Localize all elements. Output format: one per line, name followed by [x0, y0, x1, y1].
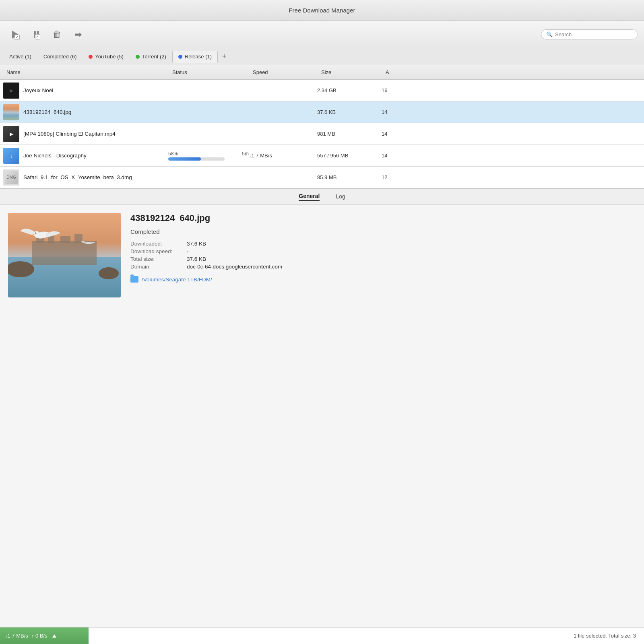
row-added: 16	[382, 87, 414, 93]
row-thumbnail: ▶	[3, 83, 19, 99]
row-added: 14	[382, 153, 414, 159]
table-row[interactable]: ▶ Joyeux Noël 2.34 GB 16	[0, 80, 644, 101]
svg-rect-5	[60, 236, 70, 243]
folder-link[interactable]: /Volumes/Seagate 1TB/FDM/	[130, 276, 636, 283]
row-added: 14	[382, 131, 414, 137]
dmg-icon: DMG	[5, 171, 18, 184]
col-header-added: A	[386, 69, 418, 75]
table-header: Name Status Speed Size A	[0, 65, 644, 80]
row-filename: 438192124_640.jpg	[23, 109, 168, 115]
row-filename: [MP4 1080p] Climbing El Capitan.mp4	[23, 131, 168, 137]
row-size: 37.6 KB	[317, 109, 382, 115]
tab-torrent-label: Torrent (2)	[142, 54, 166, 60]
table-row[interactable]: ↓ Joe Nichols - Discography 58% 5m ↓1.7 …	[0, 145, 644, 167]
tab-torrent[interactable]: Torrent (2)	[130, 51, 172, 63]
app-window: Free Download Manager ✓ ✓ 🗑 ➡	[0, 0, 644, 644]
trash-icon: 🗑	[53, 29, 62, 40]
speed-value: -	[187, 248, 636, 254]
row-size: 2.34 GB	[317, 87, 382, 93]
search-input[interactable]	[555, 31, 632, 37]
upload-speed: ↑ 0 B/s	[31, 633, 47, 639]
col-header-status: Status	[172, 69, 253, 75]
window-title: Free Download Manager	[289, 7, 355, 14]
col-header-speed: Speed	[253, 69, 321, 75]
row-size: 85.9 MB	[317, 174, 382, 180]
svg-point-8	[99, 267, 119, 279]
status-bar: ↓1.7 MB/s ↑ 0 B/s 1 file selected. Total…	[0, 627, 644, 644]
tab-youtube-label: YouTube (5)	[95, 54, 124, 60]
move-icon: ➡	[74, 29, 82, 40]
play-check-icon: ✓	[14, 35, 20, 40]
torrent-dot	[136, 55, 140, 59]
row-thumbnail: DMG	[3, 169, 19, 186]
downloaded-label: Downloaded:	[130, 241, 187, 247]
seagull-svg	[8, 213, 121, 297]
row-added: 14	[382, 109, 414, 115]
search-box[interactable]: 🔍	[541, 29, 638, 39]
add-tab-button[interactable]: +	[219, 52, 229, 62]
youtube-dot	[89, 55, 93, 59]
speed-label: Download speed:	[130, 248, 187, 254]
col-header-size: Size	[321, 69, 386, 75]
detail-meta: Downloaded: 37.6 KB Download speed: - To…	[130, 241, 636, 270]
tab-youtube[interactable]: YouTube (5)	[83, 51, 130, 63]
progress-time: 5m	[242, 151, 249, 157]
domain-label: Domain:	[130, 264, 187, 270]
svg-point-11	[35, 233, 37, 234]
toolbar: ✓ ✓ 🗑 ➡ 🔍	[0, 21, 644, 48]
row-size: 557 / 956 MB	[317, 153, 382, 159]
delete-button[interactable]: 🗑	[48, 26, 66, 43]
tab-general[interactable]: General	[299, 193, 320, 201]
tab-completed-label: Completed (6)	[43, 54, 76, 60]
title-bar: Free Download Manager	[0, 0, 644, 21]
row-added: 12	[382, 174, 414, 180]
tab-release[interactable]: Release (1)	[172, 51, 218, 63]
domain-value: doc-0c-64-docs.googleusercontent.com	[187, 264, 636, 270]
tab-log[interactable]: Log	[336, 193, 345, 200]
detail-preview-image	[8, 213, 121, 297]
selection-text: 1 file selected. Total size: 3	[574, 633, 636, 639]
seagull-image	[8, 213, 121, 297]
row-status: 58% 5m	[168, 151, 249, 161]
table-row[interactable]: ▶ [MP4 1080p] Climbing El Capitan.mp4 98…	[0, 123, 644, 145]
tab-release-label: Release (1)	[185, 54, 212, 60]
progress-bar	[168, 157, 225, 161]
size-value: 37.6 KB	[187, 256, 636, 262]
pause-button[interactable]: ✓	[27, 26, 45, 43]
row-speed: ↓1.7 MB/s	[249, 153, 317, 159]
svg-rect-2	[32, 241, 97, 265]
row-thumbnail: ▶	[3, 126, 19, 142]
downloaded-value: 37.6 KB	[187, 241, 636, 247]
col-header-name: Name	[3, 69, 172, 75]
tab-active-label: Active (1)	[9, 54, 31, 60]
row-thumbnail	[3, 104, 19, 120]
detail-pane: General Log	[0, 188, 644, 627]
tab-completed[interactable]: Completed (6)	[37, 51, 83, 63]
row-thumbnail: ↓	[3, 148, 19, 164]
row-size: 981 MB	[317, 131, 382, 137]
detail-status: Completed	[130, 228, 636, 235]
detail-filename: 438192124_640.jpg	[130, 213, 636, 223]
progress-fill	[168, 157, 201, 161]
play-button[interactable]: ✓	[6, 26, 24, 43]
chevron-up-icon[interactable]	[52, 634, 56, 638]
move-button[interactable]: ➡	[69, 26, 87, 43]
table-row[interactable]: DMG Safari_9.1_for_OS_X_Yosemite_beta_3.…	[0, 167, 644, 188]
size-label: Total size:	[130, 256, 187, 262]
detail-tabs: General Log	[0, 189, 644, 205]
folder-icon	[130, 276, 138, 283]
row-filename: Joyeux Noël	[23, 87, 168, 93]
svg-point-10	[34, 231, 39, 236]
release-dot	[178, 55, 182, 59]
row-filename: Safari_9.1_for_OS_X_Yosemite_beta_3.dmg	[23, 174, 168, 180]
detail-info: 438192124_640.jpg Completed Downloaded: …	[130, 213, 636, 619]
tab-active[interactable]: Active (1)	[3, 51, 37, 63]
table-row[interactable]: 438192124_640.jpg 37.6 KB 14	[0, 101, 644, 123]
tabs-bar: Active (1) Completed (6) YouTube (5) Tor…	[0, 48, 644, 65]
folder-path: /Volumes/Seagate 1TB/FDM/	[142, 277, 212, 283]
download-speed: ↓1.7 MB/s	[5, 633, 28, 639]
status-speed-panel: ↓1.7 MB/s ↑ 0 B/s	[0, 627, 89, 644]
download-list: ▶ Joyeux Noël 2.34 GB 16 438192124_640.j…	[0, 80, 644, 188]
progress-percent: 58%	[168, 151, 178, 157]
row-filename: Joe Nichols - Discography	[23, 153, 168, 159]
